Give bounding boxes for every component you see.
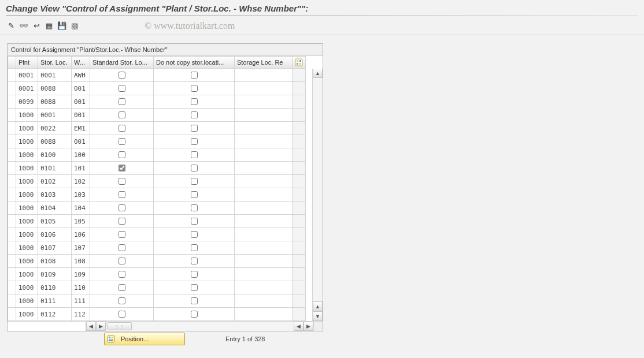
cell-storage-re[interactable] xyxy=(235,69,293,82)
cell-plnt[interactable]: 1000 xyxy=(16,175,38,188)
row-selector[interactable] xyxy=(8,109,16,122)
nocopy-checkbox[interactable] xyxy=(191,258,198,264)
cell-plnt[interactable]: 1000 xyxy=(16,122,38,135)
cell-storage-re[interactable] xyxy=(235,162,293,175)
cell-whs[interactable]: 001 xyxy=(72,95,90,109)
col-header-re[interactable]: Storage Loc. Re xyxy=(235,57,293,69)
std-checkbox[interactable] xyxy=(119,297,125,304)
cell-whs[interactable]: 100 xyxy=(72,148,90,162)
cell-storage-re[interactable] xyxy=(235,202,293,215)
nocopy-checkbox[interactable] xyxy=(191,85,198,92)
cell-whs[interactable]: 110 xyxy=(72,281,90,294)
cell-whs[interactable]: 108 xyxy=(72,255,90,268)
cell-whs[interactable]: 107 xyxy=(72,241,90,255)
col-header-stor[interactable]: Stor. Loc. xyxy=(38,57,72,69)
row-selector[interactable] xyxy=(8,294,16,308)
std-checkbox[interactable] xyxy=(119,72,125,79)
cell-storage-re[interactable] xyxy=(235,268,293,281)
nocopy-checkbox[interactable] xyxy=(191,284,198,291)
cell-plnt[interactable]: 1000 xyxy=(16,308,38,321)
cell-whs[interactable]: 104 xyxy=(72,202,90,215)
cell-whs[interactable]: 105 xyxy=(72,215,90,228)
cell-stor[interactable]: 0088 xyxy=(38,82,72,95)
row-selector[interactable] xyxy=(8,241,16,255)
hscroll-right-button-2[interactable]: ◀ xyxy=(294,322,304,331)
col-header-selector[interactable] xyxy=(8,57,16,69)
col-header-whs[interactable]: W... xyxy=(72,57,90,69)
nocopy-checkbox[interactable] xyxy=(191,311,198,318)
cell-storage-re[interactable] xyxy=(235,188,293,202)
hscroll-thumb[interactable]: ⋮⋮ xyxy=(108,322,132,330)
cell-storage-re[interactable] xyxy=(235,228,293,241)
row-selector[interactable] xyxy=(8,82,16,95)
cell-storage-re[interactable] xyxy=(235,135,293,148)
cell-plnt[interactable]: 1000 xyxy=(16,268,38,281)
col-header-nocopy[interactable]: Do not copy stor.locati... xyxy=(154,57,235,69)
row-selector[interactable] xyxy=(8,255,16,268)
std-checkbox[interactable] xyxy=(119,178,125,185)
nocopy-checkbox[interactable] xyxy=(191,191,198,198)
select-all-icon[interactable]: ▦ xyxy=(44,20,54,31)
cell-stor[interactable]: 0022 xyxy=(38,122,72,135)
cell-storage-re[interactable] xyxy=(235,255,293,268)
deselect-icon[interactable]: ▧ xyxy=(69,20,80,31)
cell-storage-re[interactable] xyxy=(235,175,293,188)
cell-whs[interactable]: 103 xyxy=(72,188,90,202)
row-selector[interactable] xyxy=(8,175,16,188)
cell-plnt[interactable]: 1000 xyxy=(16,228,38,241)
nocopy-checkbox[interactable] xyxy=(191,125,198,132)
cell-plnt[interactable]: 1000 xyxy=(16,202,38,215)
cell-stor[interactable]: 0107 xyxy=(38,241,72,255)
cell-plnt[interactable]: 1000 xyxy=(16,135,38,148)
row-selector[interactable] xyxy=(8,188,16,202)
position-button[interactable]: Position... xyxy=(104,333,185,345)
cell-plnt[interactable]: 0001 xyxy=(16,69,38,82)
cell-plnt[interactable]: 1000 xyxy=(16,255,38,268)
nocopy-checkbox[interactable] xyxy=(191,231,198,238)
cell-storage-re[interactable] xyxy=(235,82,293,95)
nocopy-checkbox[interactable] xyxy=(191,98,198,105)
nocopy-checkbox[interactable] xyxy=(191,218,198,225)
cell-whs[interactable]: 001 xyxy=(72,82,90,95)
cell-stor[interactable]: 0109 xyxy=(38,268,72,281)
save-icon[interactable]: 💾 xyxy=(57,20,67,31)
cell-storage-re[interactable] xyxy=(235,215,293,228)
row-selector[interactable] xyxy=(8,215,16,228)
cell-stor[interactable]: 0103 xyxy=(38,188,72,202)
undo-icon[interactable]: ↩ xyxy=(31,20,42,31)
hscroll-left-button[interactable]: ◀ xyxy=(86,322,96,331)
cell-whs[interactable]: 111 xyxy=(72,294,90,308)
std-checkbox[interactable] xyxy=(119,258,125,264)
cell-stor[interactable]: 0088 xyxy=(38,95,72,109)
cell-plnt[interactable]: 1000 xyxy=(16,188,38,202)
cell-stor[interactable]: 0104 xyxy=(38,202,72,215)
cell-whs[interactable]: 101 xyxy=(72,162,90,175)
std-checkbox[interactable] xyxy=(119,151,125,158)
cell-stor[interactable]: 0001 xyxy=(38,109,72,122)
std-checkbox[interactable] xyxy=(119,191,125,198)
hscroll-right-button-3[interactable]: ▶ xyxy=(304,322,313,331)
cell-whs[interactable]: 001 xyxy=(72,109,90,122)
row-selector[interactable] xyxy=(8,308,16,321)
nocopy-checkbox[interactable] xyxy=(191,111,198,118)
nocopy-checkbox[interactable] xyxy=(191,297,198,304)
row-selector[interactable] xyxy=(8,69,16,82)
row-selector[interactable] xyxy=(8,122,16,135)
cell-plnt[interactable]: 1000 xyxy=(16,241,38,255)
other-view-icon[interactable]: ✎ xyxy=(6,20,16,31)
cell-plnt[interactable]: 0001 xyxy=(16,82,38,95)
cell-storage-re[interactable] xyxy=(235,281,293,294)
row-selector[interactable] xyxy=(8,228,16,241)
col-header-std[interactable]: Standard Stor. Lo... xyxy=(90,57,154,69)
col-header-plnt[interactable]: Plnt xyxy=(16,57,38,69)
std-checkbox[interactable] xyxy=(119,204,125,211)
cell-plnt[interactable]: 1000 xyxy=(16,294,38,308)
cell-stor[interactable]: 0108 xyxy=(38,255,72,268)
std-checkbox[interactable] xyxy=(119,271,125,278)
std-checkbox[interactable] xyxy=(119,311,125,318)
scroll-track[interactable] xyxy=(313,78,323,301)
cell-stor[interactable]: 0106 xyxy=(38,228,72,241)
nocopy-checkbox[interactable] xyxy=(191,271,198,278)
cell-whs[interactable]: 102 xyxy=(72,175,90,188)
scroll-down-button-2[interactable]: ▼ xyxy=(313,311,323,321)
